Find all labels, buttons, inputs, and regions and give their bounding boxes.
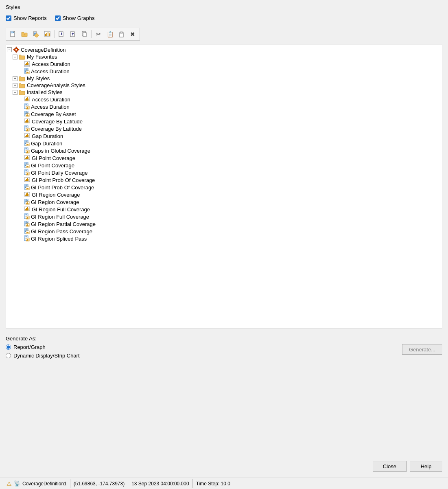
tree-mf-access-duration-chart[interactable]: Access Duration (6, 60, 442, 68)
svg-rect-98 (24, 148, 26, 149)
tree-is-gi-point-prob-coverage-chart[interactable]: GI Point Prob Of Coverage (6, 176, 442, 184)
coverage-analysis-toggle[interactable]: + (13, 83, 17, 88)
import-button[interactable] (56, 29, 67, 39)
show-reports-checkbox[interactable]: Show Reports (6, 15, 47, 21)
my-favorites-toggle[interactable]: − (13, 55, 17, 59)
svg-rect-103 (26, 152, 27, 153)
tree-is-gap-duration-report[interactable]: Gap Duration (6, 140, 442, 147)
svg-rect-195 (26, 240, 27, 241)
tree-root[interactable]: − CoverageDefinition (6, 46, 442, 53)
svg-rect-13 (49, 33, 50, 36)
edit-button[interactable] (31, 29, 41, 39)
svg-rect-142 (28, 188, 28, 189)
tree-is-access-duration-report[interactable]: Access Duration (6, 103, 442, 110)
svg-rect-187 (27, 232, 28, 233)
svg-rect-37 (24, 68, 26, 70)
svg-rect-117 (26, 167, 27, 167)
svg-rect-68 (28, 115, 28, 116)
tree-is-gi-region-coverage-report[interactable]: GI Region Coverage (6, 198, 442, 206)
tree-is-coverage-by-latitude-chart[interactable]: Coverage By Latitude (6, 118, 442, 125)
svg-rect-43 (26, 72, 27, 73)
svg-rect-154 (26, 203, 27, 204)
svg-rect-28 (13, 49, 15, 50)
svg-rect-11 (46, 33, 47, 36)
svg-rect-7 (34, 34, 35, 35)
tree-is-gi-region-coverage-chart[interactable]: GI Region Coverage (6, 191, 442, 198)
tree-mf-access-duration-report[interactable]: Access Duration (6, 68, 442, 75)
tree-is-gi-region-pass-coverage-report[interactable]: GI Region Pass Coverage (6, 228, 442, 235)
svg-rect-190 (24, 236, 26, 237)
svg-rect-5 (34, 33, 36, 33)
svg-rect-82 (28, 129, 28, 131)
tree-is-gap-duration-chart[interactable]: Gap Duration (6, 132, 442, 140)
svg-rect-50 (28, 99, 29, 101)
svg-rect-118 (27, 166, 28, 167)
tree-is-gaps-global-coverage-report[interactable]: Gaps in Global Coverage (6, 147, 442, 154)
svg-rect-32 (26, 63, 27, 65)
report-graph-radio[interactable] (6, 344, 11, 350)
tree-is-gi-region-full-coverage-chart[interactable]: GI Region Full Coverage (6, 206, 442, 213)
tree-panel: − CoverageDefinition − My Favorites (6, 44, 442, 329)
copy-button[interactable]: 📋 (105, 29, 115, 39)
svg-rect-66 (26, 115, 27, 116)
svg-rect-181 (24, 228, 26, 230)
tree-coverage-analysis-styles[interactable]: + CoverageAnalysis Styles (6, 82, 442, 89)
svg-rect-58 (27, 107, 28, 109)
root-toggle[interactable]: − (7, 47, 12, 52)
svg-rect-163 (24, 214, 26, 215)
cut-button[interactable]: ✂ (93, 29, 104, 39)
new-style-button[interactable] (8, 29, 18, 39)
svg-rect-89 (24, 140, 26, 142)
toolbar-sep1 (54, 30, 55, 38)
svg-rect-16 (61, 33, 62, 34)
dynamic-display-option[interactable]: Dynamic Display/Strip Chart (6, 353, 353, 359)
tree-is-gi-region-spliced-pass-report[interactable]: GI Region Spliced Pass (6, 235, 442, 242)
tree-is-gi-region-full-coverage-report[interactable]: GI Region Full Coverage (6, 213, 442, 220)
close-button[interactable]: Close (373, 461, 406, 472)
svg-rect-155 (27, 202, 28, 204)
show-graphs-label: Show Graphs (63, 15, 95, 21)
svg-rect-81 (27, 129, 28, 131)
new-folder-button[interactable]: + (19, 29, 30, 39)
tree-is-gi-region-partial-coverage-report[interactable]: GI Region Partial Coverage (6, 220, 442, 228)
svg-rect-12 (48, 32, 48, 36)
svg-rect-35 (24, 66, 30, 67)
export-button[interactable] (68, 29, 78, 39)
show-graphs-checkbox[interactable]: Show Graphs (55, 15, 95, 21)
copy2-button[interactable] (79, 29, 90, 39)
my-styles-toggle[interactable]: + (13, 76, 17, 81)
report-graph-option[interactable]: Report/Graph (6, 344, 353, 350)
tree-is-gi-point-coverage-report[interactable]: GI Point Coverage (6, 162, 442, 169)
tree-is-gi-point-prob-coverage-report[interactable]: GI Point Prob Of Coverage (6, 184, 442, 191)
tree-is-gi-point-coverage-chart[interactable]: GI Point Coverage (6, 154, 442, 162)
paste-button[interactable] (116, 29, 127, 39)
tree-my-styles[interactable]: + My Styles (6, 75, 442, 82)
svg-rect-57 (26, 108, 27, 109)
chart-button[interactable] (42, 29, 52, 39)
svg-rect-96 (28, 144, 28, 145)
installed-styles-toggle[interactable]: − (13, 90, 17, 95)
installed-styles-label: Installed Styles (27, 89, 62, 95)
show-reports-input[interactable] (6, 15, 11, 21)
tree-is-access-duration-chart[interactable]: Access Duration (6, 96, 442, 103)
svg-rect-105 (28, 151, 28, 153)
generate-button[interactable]: Generate... (402, 344, 442, 355)
svg-rect-27 (16, 51, 17, 53)
tree-my-favorites[interactable]: − My Favorites (6, 53, 442, 60)
svg-rect-72 (27, 119, 28, 123)
help-button[interactable]: Help (410, 461, 442, 472)
svg-rect-70 (25, 121, 26, 123)
tree-is-gi-point-daily-coverage-report[interactable]: GI Point Daily Coverage (6, 169, 442, 176)
tree-is-coverage-by-asset-report[interactable]: Coverage By Asset (6, 110, 442, 118)
svg-rect-147 (28, 194, 29, 196)
delete-button[interactable]: ✖ (127, 29, 138, 39)
tree-is-coverage-by-latitude-report[interactable]: Coverage By Latitude (6, 125, 442, 132)
toolbar-sep2 (91, 30, 92, 38)
tree-installed-styles[interactable]: − Installed Styles (6, 89, 442, 96)
svg-rect-133 (28, 179, 29, 181)
report-graph-label: Report/Graph (13, 344, 46, 350)
show-graphs-input[interactable] (55, 15, 61, 21)
svg-rect-140 (26, 189, 27, 189)
svg-rect-196 (27, 239, 28, 241)
dynamic-display-radio[interactable] (6, 353, 11, 358)
